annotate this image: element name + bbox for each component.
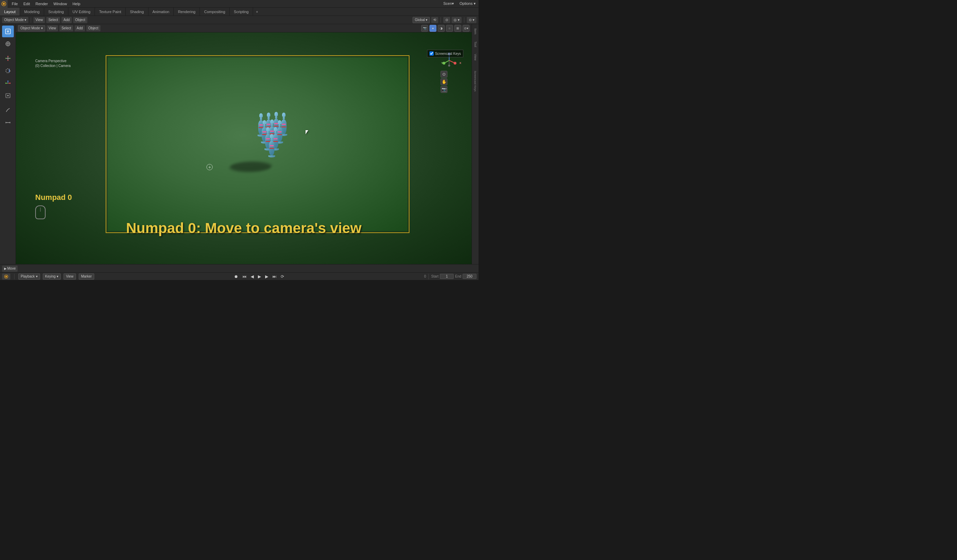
frame-sep (428, 274, 429, 279)
transform-space-selector[interactable]: Global ▾ (412, 17, 430, 23)
svg-point-34 (6, 276, 7, 277)
timeline-bar: ▶ Move (0, 264, 478, 272)
bowling-pin-9 (272, 127, 279, 150)
viewport-view-btn[interactable]: View (47, 25, 58, 32)
end-frame-input[interactable] (463, 274, 477, 279)
move-btn[interactable]: ▶ Move (2, 265, 17, 272)
object-mode-selector[interactable]: Object Mode ▾ (2, 17, 28, 23)
app-logo[interactable] (0, 0, 8, 8)
engine-selector[interactable] (2, 273, 10, 280)
svg-point-32 (448, 65, 450, 67)
jump-to-start-btn[interactable]: ⏮ (241, 273, 248, 280)
toolbar-sep-2 (441, 17, 441, 23)
scale-tool-btn[interactable] (2, 77, 14, 89)
jump-to-end-btn[interactable]: ⏭ (271, 273, 278, 280)
prev-frame-btn[interactable]: ◀ (249, 273, 255, 280)
viewport-object-btn[interactable]: Object (86, 25, 101, 32)
tab-texture-paint[interactable]: Texture Paint (95, 8, 126, 16)
bowling-pin-1 (257, 113, 264, 137)
mouse-icon-graphic (35, 205, 46, 219)
viewport-shading-render[interactable]: ○ (446, 25, 453, 32)
viewport-area[interactable]: Object Mode ▾ View Select Add Object 📷 ●… (16, 24, 472, 264)
screencast-label-vertical: Screencast Keys (474, 71, 477, 91)
tab-sculpting[interactable]: Sculpting (44, 8, 68, 16)
tab-compositing[interactable]: Compositing (200, 8, 230, 16)
loop-btn[interactable]: ⟳ (279, 273, 286, 280)
3d-cursor (207, 164, 213, 170)
scene-selector[interactable]: Scen▾ (441, 1, 457, 6)
next-frame-btn[interactable]: ▶ (264, 273, 270, 280)
header-object-btn[interactable]: Object (73, 17, 87, 23)
gizmo-move-btn[interactable]: ✋ (441, 78, 447, 85)
proportional-edit-toggle[interactable]: ⊙ ▾ (467, 17, 477, 23)
svg-marker-11 (5, 58, 6, 59)
rotate-tool-btn[interactable] (2, 65, 14, 77)
viewport-mode-selector[interactable]: Object Mode ▾ (18, 25, 45, 32)
menu-window[interactable]: Window (51, 1, 70, 6)
bowling-pin-10 (268, 134, 275, 158)
play-btn[interactable]: ▶ (256, 273, 262, 280)
header-view-btn[interactable]: View (33, 17, 45, 23)
tab-modeling[interactable]: Modeling (20, 8, 44, 16)
record-btn[interactable]: ⏺ (233, 273, 240, 280)
svg-point-28 (454, 62, 456, 65)
item-label-vertical: Item (474, 28, 477, 35)
bottom-text-overlay: Numpad 0: Move to camera's view (16, 220, 472, 237)
toolbar-sep-1 (31, 17, 31, 23)
header-select-btn[interactable]: Select (46, 17, 60, 23)
svg-marker-9 (7, 55, 9, 57)
gizmo-camera-btn[interactable]: 📷 (441, 86, 447, 93)
snap-settings[interactable]: ◎ ▾ (452, 17, 461, 23)
viewport-add-btn[interactable]: Add (74, 25, 85, 32)
bowling-pin-5 (261, 120, 268, 144)
tab-rendering[interactable]: Rendering (174, 8, 200, 16)
cursor-tool-btn[interactable] (2, 38, 14, 50)
transform-orient-btn[interactable]: ⟲ (431, 17, 438, 23)
header-toolbar: Object Mode ▾ View Select Add Object Glo… (0, 16, 478, 24)
bowling-pin-8 (264, 127, 272, 150)
header-add-btn[interactable]: Add (62, 17, 72, 23)
view-menu-btn[interactable]: View (63, 273, 76, 280)
screencast-keys-checkbox[interactable] (430, 51, 434, 55)
gizmo-zoom-btn[interactable]: ⊙ (441, 71, 447, 78)
menu-render[interactable]: Render (33, 1, 51, 6)
start-frame-input[interactable] (440, 274, 454, 279)
options-btn[interactable]: Options ▾ (457, 1, 478, 6)
camera-collection-label: (0) Collection | Camera (35, 63, 71, 68)
svg-rect-17 (5, 83, 6, 84)
keying-selector[interactable]: Keying ▾ (43, 273, 61, 280)
playback-controls: ⏺ ⏮ ◀ ▶ ▶ ⏭ ⟳ (233, 273, 286, 280)
select-box-tool-btn[interactable] (2, 25, 14, 37)
viewport-shading-material[interactable]: ◑ (438, 25, 445, 32)
playback-selector[interactable]: Playback ▾ (18, 273, 40, 280)
measure-tool-btn[interactable] (2, 117, 14, 128)
viewport-shading-wire[interactable]: ⊞ (454, 25, 461, 32)
tab-animation[interactable]: Animation (148, 8, 174, 16)
tab-uv-editing[interactable]: UV Editing (68, 8, 95, 16)
move-tool-btn[interactable] (2, 52, 14, 64)
viewport-camera-btn[interactable]: 📷 (421, 25, 428, 32)
transform-tool-btn[interactable] (2, 90, 14, 101)
bowling-scene (237, 110, 306, 179)
snap-toggle[interactable]: ⊙ (443, 17, 450, 23)
vp-mode-dropdown-icon: ▾ (41, 26, 43, 30)
marker-btn[interactable]: Marker (79, 273, 94, 280)
gizmo-y-label: Y (441, 62, 443, 65)
tab-shading[interactable]: Shading (126, 8, 148, 16)
add-workspace-tab[interactable]: + (253, 8, 261, 16)
viewport-overlay-btn[interactable]: ⊙▾ (463, 25, 469, 32)
svg-marker-12 (9, 58, 11, 59)
bowling-pin-7 (276, 120, 283, 144)
viewport-select-btn[interactable]: Select (59, 25, 73, 32)
svg-point-21 (7, 95, 9, 96)
bowling-pin-6 (268, 120, 275, 143)
end-label: End (455, 274, 461, 278)
menu-file[interactable]: File (9, 1, 21, 6)
tab-layout[interactable]: Layout (0, 8, 20, 16)
start-label: Start (431, 274, 439, 278)
annotate-tool-btn[interactable] (2, 104, 14, 116)
tab-scripting[interactable]: Scripting (230, 8, 253, 16)
menu-help[interactable]: Help (70, 1, 83, 6)
viewport-shading-solid[interactable]: ● (430, 25, 436, 32)
menu-edit[interactable]: Edit (21, 1, 33, 6)
